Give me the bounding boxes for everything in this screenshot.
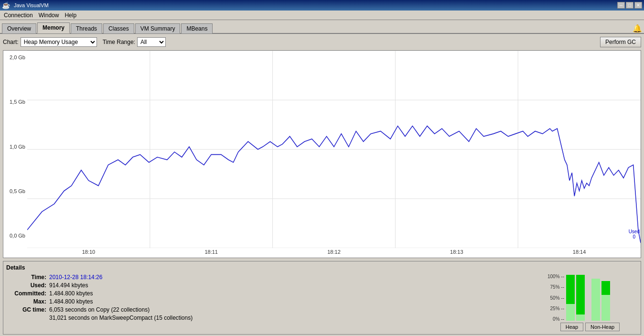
max-value: 1.484.800 kbytes	[49, 298, 93, 305]
menu-window[interactable]: Window	[36, 11, 62, 20]
chart-inner: 2,0 Gb 1,5 Gb 1,0 Gb 0,5 Gb 0,0 Gb	[3, 51, 641, 248]
gc-time-label: GC time:	[6, 306, 49, 313]
tabbar: Overview Memory Threads Classes VM Summa…	[0, 20, 644, 34]
chart-container: 2,0 Gb 1,5 Gb 1,0 Gb 0,5 Gb 0,0 Gb	[3, 50, 641, 258]
detail-committed-row: Committed: 1.484.800 kbytes	[6, 290, 537, 297]
detail-max-row: Max: 1.484.800 kbytes	[6, 298, 537, 305]
x-label-1811: 18:11	[204, 249, 218, 258]
used-label-detail: Used:	[6, 282, 49, 289]
bar-columns	[566, 274, 633, 322]
x-label-1812: 18:12	[327, 249, 341, 258]
tab-vmsummary[interactable]: VM Summary	[135, 23, 181, 33]
detail-gctime-row1: GC time: 6,053 seconds on Copy (22 colle…	[6, 306, 537, 313]
tab-threads[interactable]: Threads	[71, 23, 102, 33]
tab-memory[interactable]: Memory	[37, 22, 70, 33]
window-title: Java VisualVM	[12, 2, 617, 8]
perform-gc-button[interactable]: Perform GC	[600, 37, 641, 47]
timerange-dropdown[interactable]: All	[137, 37, 166, 47]
used-value: 914.494 kbytes	[49, 282, 88, 289]
chart-svg-area: Used0	[27, 51, 641, 248]
titlebar: ☕ Java VisualVM ─ □ ✕	[0, 0, 644, 11]
tab-mbeans[interactable]: MBeans	[181, 23, 213, 33]
y-label-10gb: 1,0 Gb	[5, 144, 25, 150]
x-label-1813: 18:13	[450, 249, 463, 258]
y-label-0gb: 0,0 Gb	[5, 233, 25, 238]
y-label-15gb: 1,5 Gb	[5, 99, 25, 105]
bar-chart-labels: Heap Non-Heap	[547, 323, 633, 331]
bar-chart-inner: 100% -- 75% -- 50% -- 25% -- 0% --	[547, 274, 633, 322]
close-button[interactable]: ✕	[634, 2, 642, 9]
y-axis: 2,0 Gb 1,5 Gb 1,0 Gb 0,5 Gb 0,0 Gb	[3, 51, 27, 248]
heap-bar2	[576, 274, 585, 321]
bar-chart: 100% -- 75% -- 50% -- 25% -- 0% --	[547, 274, 633, 331]
chart-dropdown[interactable]: Heap Memory Usage	[21, 37, 97, 47]
timerange-label: Time Range:	[103, 39, 135, 45]
heap-bar1	[566, 274, 575, 321]
x-label-1810: 18:10	[82, 249, 96, 258]
gc-time-value1: 6,053 seconds on Copy (22 collections)	[49, 306, 150, 313]
chart-svg	[27, 51, 641, 248]
chart-label: Chart:	[3, 39, 19, 45]
bar-y-0: 0% --	[547, 316, 564, 322]
max-label: Max:	[6, 298, 49, 305]
detail-time-row: Time: 2010-12-28 18:14:26	[6, 274, 537, 281]
bar-y-25: 25% --	[547, 306, 564, 311]
committed-label: Committed:	[6, 290, 49, 297]
tab-overview[interactable]: Overview	[2, 23, 36, 33]
heap-button[interactable]: Heap	[560, 323, 583, 331]
y-label-05gb: 0,5 Gb	[5, 188, 25, 194]
used-label: Used0	[629, 229, 640, 239]
details-left: Time: 2010-12-28 18:14:26 Used: 914.494 …	[6, 274, 537, 331]
time-value: 2010-12-28 18:14:26	[49, 274, 102, 281]
bar-y-axis: 100% -- 75% -- 50% -- 25% -- 0% --	[547, 274, 566, 322]
detail-gctime-row2: 31,021 seconds on MarkSweepCompact (15 c…	[6, 314, 537, 321]
bar-y-100: 100% --	[547, 274, 564, 279]
maximize-button[interactable]: □	[626, 2, 633, 9]
gc-time-label2	[6, 314, 49, 321]
committed-value: 1.484.800 kbytes	[49, 290, 93, 297]
details-title: Details	[6, 264, 638, 271]
toolbar: Chart: Heap Memory Usage Time Range: All…	[3, 37, 641, 47]
window-controls: ─ □ ✕	[617, 2, 642, 9]
details-section: Details Time: 2010-12-28 18:14:26 Used: …	[3, 261, 641, 335]
bell-icon: 🔔	[633, 24, 642, 33]
y-label-2gb: 2,0 Gb	[5, 54, 25, 60]
gc-time-value2: 31,021 seconds on MarkSweepCompact (15 c…	[49, 314, 193, 321]
menu-connection[interactable]: Connection	[1, 11, 36, 20]
x-label-1814: 18:14	[573, 249, 586, 258]
x-axis: 18:10 18:11 18:12 18:13 18:14	[3, 248, 641, 258]
bar-y-50: 50% --	[547, 295, 564, 301]
time-label: Time:	[6, 274, 49, 281]
menubar: Connection Window Help	[0, 11, 644, 20]
menu-help[interactable]: Help	[62, 11, 79, 20]
main-content: Chart: Heap Memory Usage Time Range: All…	[0, 34, 644, 336]
minimize-button[interactable]: ─	[617, 2, 625, 9]
nonheap-bar1	[591, 274, 600, 321]
nonheap-bar2	[601, 274, 610, 321]
detail-used-row: Used: 914.494 kbytes	[6, 282, 537, 289]
tab-classes[interactable]: Classes	[103, 23, 134, 33]
non-heap-button[interactable]: Non-Heap	[585, 323, 620, 331]
details-content: Time: 2010-12-28 18:14:26 Used: 914.494 …	[6, 274, 638, 331]
bar-y-75: 75% --	[547, 284, 564, 290]
details-right: 100% -- 75% -- 50% -- 25% -- 0% --	[542, 274, 638, 331]
